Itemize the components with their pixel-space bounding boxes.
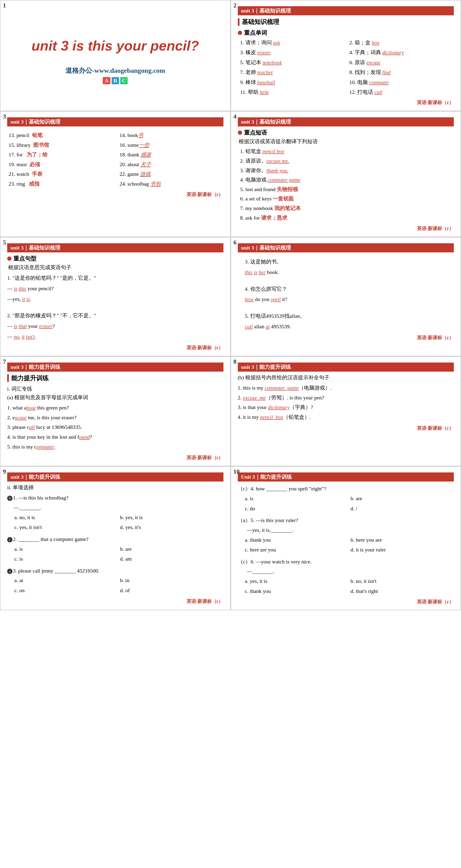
q9-1-d: d. yes, it's (120, 523, 223, 532)
bullet-label-5: 重点句型 (13, 255, 36, 262)
vp-13: 13. pencil 铅笔 (9, 131, 112, 140)
vocab-ans-3: eraser (257, 49, 271, 55)
vocab-ans-10: computer (369, 79, 389, 85)
panel-10-unit-label: Unit 3｜能力提升训练 (238, 472, 454, 482)
q10-5-choices: a. thank you b. here you are c. here are… (245, 535, 454, 555)
vp-24-ans: 书包 (150, 181, 161, 187)
logo-c: C (120, 77, 128, 84)
ex8-4: 4. it is my pencil box（铅笔盒）. (238, 412, 454, 422)
ex7-2: 2. excuse me, is this your eraser? (7, 413, 223, 423)
bullet-5 (7, 256, 11, 261)
q10-6: （c）6. —your watch is very nice. —_______… (238, 557, 454, 596)
phrase-1: 1. 铅笔盒 pencil box (240, 147, 454, 156)
panel-2-number: 2 (234, 2, 237, 9)
ex8-2-ans: excuse me (243, 395, 266, 401)
vp-15-ans: 图书馆 (33, 142, 49, 148)
vocab-ans-1: ask (273, 39, 280, 45)
q10-5-a: a. thank you (245, 535, 348, 545)
phrase-ans-3: thank you. (267, 167, 288, 173)
vp-18: 18. thank 感谢 (120, 150, 223, 159)
footer-5: 英语·新课标（r） (7, 345, 223, 351)
vocab-ans-12: call (374, 89, 382, 95)
bullet-phrase-4: 重点短语 (238, 129, 454, 136)
q9-2-c: c. is (14, 554, 118, 564)
phrase-8: 8. ask for 请求；恳求 (240, 213, 454, 223)
phrase-ans-1: pencil box (263, 148, 284, 154)
q9-2-b: b. are (120, 544, 223, 554)
vocab-item-12: 12. 打电话 call (349, 88, 454, 96)
vocab-ans-4: dictionary (382, 49, 404, 55)
q10-6-a: a. yes, it is (245, 576, 348, 586)
sent-2-q-ans3: eraser (39, 323, 53, 329)
ex8-1-ans: computer game (265, 385, 299, 391)
vocab-ans-11: help (259, 89, 269, 95)
panel-2-unit-label: unit 3｜基础知识梳理 (238, 6, 454, 15)
panel-8-number: 8 (234, 358, 237, 365)
phrase-ans-4: computer game (268, 177, 300, 183)
sent-2-a-ans3: isn't (26, 334, 35, 340)
panel-3-unit-label: unit 3｜基础知识梳理 (7, 117, 223, 126)
vocab-item-9: 9. 棒球 baseball (240, 78, 345, 87)
panel-6-number: 6 (234, 239, 237, 246)
ex9-sub1: ii. 单项选择 (7, 484, 223, 491)
logo-b: B (112, 77, 119, 84)
q10-6-d: d. that's right (350, 586, 454, 596)
q9-3-choices: a. at b. in c. on d. of (14, 576, 223, 595)
q9-1-text: b1. —is this his schoolbag? —________. (7, 493, 223, 513)
vp-22-ans: 游戏 (140, 171, 151, 177)
footer-10: 英语·新课标（r） (238, 599, 454, 605)
phrase-ans-8: 请求；恳求 (261, 215, 287, 221)
panel-4-unit-label: unit 3｜基础知识梳理 (238, 117, 454, 126)
vocab-item-8: 8. 找到；发现 find (349, 68, 454, 76)
vp-21-ans: 手表 (32, 171, 42, 177)
phrase-ans-7: 我的笔记本 (274, 205, 301, 211)
panel-2: 2 unit 3｜基础知识梳理 基础知识梳理 重点单词 1. 请求；询问 ask… (230, 0, 461, 111)
section-header-2: 基础知识梳理 (238, 18, 454, 26)
q10-6-c: c. thank you (245, 586, 348, 596)
sent-4-ans1: how (245, 296, 254, 302)
sent-3-a: this is her book. (245, 267, 454, 277)
phrase-ans-6: 一套钥匙 (273, 196, 294, 202)
panel-8: 8 unit 3｜能力提升训练 (b) 根据括号内所给的汉语提示补全句子 1. … (230, 356, 461, 466)
bullet-sentence-5: 重点句型 (7, 255, 223, 262)
sent-2-a: — no, it isn't. (7, 332, 223, 342)
panel-10: 10 Unit 3｜能力提升训练 （c）4. how ________ you … (230, 466, 461, 610)
q10-5-c: c. here are you (245, 545, 348, 555)
vp-15: 15. library 图书馆 (9, 141, 112, 150)
sent-2-q-ans2: that (19, 323, 27, 329)
vocab-ans-7: teacher (257, 69, 273, 75)
ex7-1: 1. what about this green pen? (7, 403, 223, 413)
sent-4-a: how do you spell it? (245, 294, 454, 304)
footer-7: 英语·新课标（r） (7, 455, 223, 461)
sent-1-a-ans1: it (22, 296, 25, 302)
sent-1-q: — is this your pencil? (7, 283, 223, 293)
ex7-sub2: (a) 根据句意及首字母提示完成单词 (7, 394, 223, 401)
ex7-5-ans: omputer (37, 444, 54, 450)
ex7-3-ans: all (29, 424, 35, 430)
ex8-2: 2. excuse me（劳驾）. is this your pen? (238, 393, 454, 403)
footer-4: 英语·新课标（r） (238, 225, 454, 232)
vp-16-ans: 一些 (139, 142, 149, 148)
vocab-item-4: 4. 字典；词典 dictionary (349, 48, 454, 57)
q10-4-choices: a. is b. are c. do d. / (245, 494, 454, 513)
q9-1-a: a. no, it is (14, 513, 118, 522)
ex8-sub: (b) 根据括号内所给的汉语提示补全句子 (238, 374, 454, 381)
bullet-4 (238, 130, 242, 135)
panel-1: 1 unit 3 is this your pencil? 道格办公-www.d… (0, 0, 230, 111)
sent-5-ans2: at (266, 323, 270, 330)
q10-4: （c）4. how ________ you spell "eight"? a.… (238, 484, 454, 513)
q10-5-b: b. here you are (350, 535, 454, 545)
q9-1-b: b. yes, it is (120, 513, 223, 522)
exercise-section-8: 1. this is my computer game（电脑游戏）. 2. ex… (238, 383, 454, 422)
q9-3: a3. please call jenny ________ 45216500.… (7, 566, 223, 595)
sent-1-a: —yes, it is. (7, 294, 223, 304)
vp-14-ans: 书 (138, 132, 143, 138)
panel-9-unit-label: unit 3｜能力提升训练 (7, 472, 223, 482)
q9-2-text: c2. ________ that a computer game? (7, 534, 223, 544)
sent-1-context: 1. "这是你的铅笔吗？" "是的，它是。" (7, 273, 223, 283)
sentence-instruction-5: 根据汉语意思完成英语句子 (8, 264, 223, 271)
vp-16: 16. some一些 (120, 141, 223, 150)
footer-9: 英语·新课标（r） (7, 598, 223, 604)
ex8-1: 1. this is my computer game（电脑游戏）. (238, 383, 454, 393)
q9-3-d: d. of (120, 586, 223, 595)
